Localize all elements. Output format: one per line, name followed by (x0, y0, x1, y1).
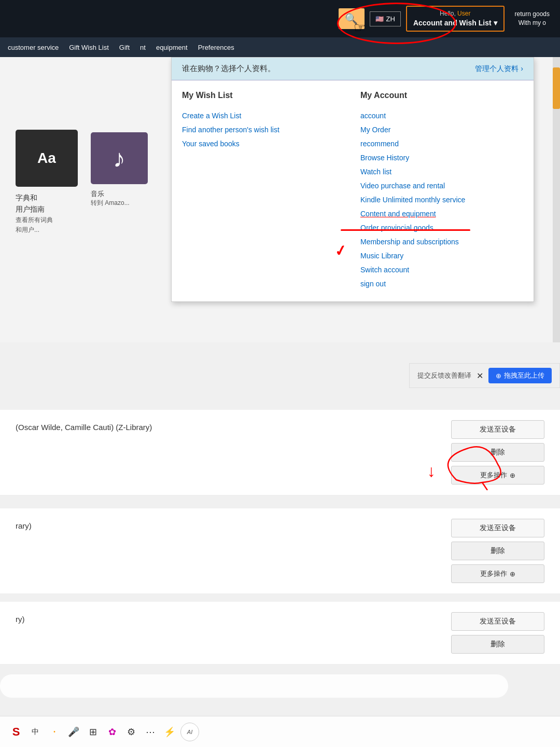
return-goods-line2: With my o (515, 19, 550, 27)
book-actions-2: 发送至设备 删除 更多操作 ⊕ (451, 519, 544, 583)
toolbar-icon-share[interactable]: ⋯ (142, 724, 159, 740)
toolbar-icon-settings[interactable]: ⚙ (123, 724, 139, 740)
amazon-header: 🔍 🇺🇸 ZH Hello, User Account and Wish Lis… (0, 0, 560, 37)
chevron-icon: ⊕ (510, 472, 515, 479)
search-button[interactable]: 🔍 (339, 8, 365, 29)
more-actions-btn-2[interactable]: 更多操作 ⊕ (451, 564, 544, 583)
kindle-unlimited-link[interactable]: Kindle Unlimited monthly service (360, 193, 523, 207)
order-provincial-link[interactable]: Order provincial goods (360, 221, 523, 235)
bottom-toolbar: S 中 • 🎤 ⊞ ✿ ⚙ ⋯ ⚡ AI (0, 716, 560, 747)
toolbar-icon-zh[interactable]: 中 (27, 724, 44, 740)
toolbar-icon-grid[interactable]: ⊞ (85, 724, 101, 740)
book-title-1: (Oscar Wilde, Camille Cauti) (Z-Library) (16, 420, 152, 432)
video-purchase-link[interactable]: Video purchase and rental (360, 179, 523, 193)
saved-books-link[interactable]: Your saved books (182, 137, 345, 151)
toolbar-icon-star[interactable]: ✿ (104, 724, 120, 740)
content-equipment-link[interactable]: Content and equipment (360, 207, 523, 221)
scrollbar-thumb[interactable] (553, 67, 560, 109)
book-item-3: ry) 发送至设备 删除 (0, 602, 560, 665)
browse-history-link[interactable]: Browse History (360, 151, 523, 165)
account-wishlist-button[interactable]: Hello, User Account and Wish List ▾ (406, 6, 505, 32)
lang-code: ZH (386, 15, 395, 23)
wish-list-column: My Wish List Create a Wish List Find ano… (182, 91, 345, 291)
music-card: ♪ (91, 132, 148, 184)
chevron-icon-2: ⊕ (510, 570, 515, 578)
my-account-column: My Account account My Order recommend Br… (360, 91, 523, 291)
send-to-device-btn-1[interactable]: 发送至设备 (451, 420, 544, 439)
search-icon: 🔍 (345, 12, 358, 25)
delete-btn-2[interactable]: 删除 (451, 542, 544, 560)
nav-nt[interactable]: nt (140, 44, 146, 51)
translation-prompt: 提交反馈改善翻译 (417, 371, 471, 380)
return-goods-line1: return goods (515, 10, 550, 19)
baidu-translate-button[interactable]: ⊕ 拖拽至此上传 (488, 368, 552, 383)
baidu-icon: ⊕ (496, 372, 501, 380)
my-order-link[interactable]: My Order (360, 123, 523, 137)
flag-icon: 🇺🇸 (375, 15, 384, 23)
language-selector[interactable]: 🇺🇸 ZH (370, 11, 401, 26)
kindle-label: 字典和 用户指南 查看所有词典 和用户... (16, 192, 53, 235)
account-link[interactable]: account (360, 109, 523, 123)
bottom-section: 提交反馈改善翻译 ✕ ⊕ 拖拽至此上传 (Oscar Wilde, Camill… (0, 342, 560, 747)
delete-btn-3[interactable]: 删除 (451, 635, 544, 654)
send-to-device-btn-3[interactable]: 发送至设备 (451, 612, 544, 631)
book-item-2: rary) 发送至设备 删除 更多操作 ⊕ (0, 508, 560, 594)
toolbar-icon-dot[interactable]: • (46, 724, 63, 740)
book-title-3: ry) (16, 612, 25, 624)
scrollbar-track[interactable] (553, 57, 560, 342)
dropdown-top-bar: 谁在购物？选择个人资料。 管理个人资料 › (172, 58, 534, 80)
return-goods-button[interactable]: return goods With my o (510, 7, 555, 31)
switch-account-link[interactable]: Switch account (360, 263, 523, 277)
find-wishlist-link[interactable]: Find another person's wish list (182, 123, 345, 137)
hello-label: Hello, User (413, 10, 497, 18)
blurred-blob (0, 674, 508, 698)
watch-list-link[interactable]: Watch list (360, 165, 523, 179)
translation-bar: 提交反馈改善翻译 ✕ ⊕ 拖拽至此上传 (409, 363, 560, 388)
more-actions-btn-1[interactable]: 更多操作 ⊕ (451, 466, 544, 485)
who-shopping-text: 谁在购物？选择个人资料。 (182, 64, 275, 74)
send-to-device-btn-2[interactable]: 发送至设备 (451, 519, 544, 537)
nav-bar: customer service Gift Wish List Gift nt … (0, 37, 560, 57)
toolbar-icon-mic[interactable]: 🎤 (65, 724, 82, 740)
book-actions-1: 发送至设备 删除 更多操作 ⊕ (451, 420, 544, 485)
book-item-1: (Oscar Wilde, Camille Cauti) (Z-Library)… (0, 410, 560, 495)
music-library-link[interactable]: Music Library (360, 249, 523, 263)
book-actions-3: 发送至设备 删除 (451, 612, 544, 654)
toolbar-icon-s[interactable]: S (8, 724, 24, 740)
membership-link[interactable]: Membership and subscriptions (360, 235, 523, 249)
wishlist-label: Account and Wish List ▾ (413, 18, 497, 27)
music-note-icon: ♪ (113, 144, 125, 173)
wish-list-title: My Wish List (182, 91, 345, 103)
nav-preferences[interactable]: Preferences (198, 44, 234, 51)
nav-customer-service[interactable]: customer service (8, 44, 59, 51)
dropdown-columns: My Wish List Create a Wish List Find ano… (172, 80, 534, 301)
sign-out-link[interactable]: sign out (360, 277, 523, 291)
music-label: 音乐 转到 Amazo... (91, 189, 130, 208)
close-translation-button[interactable]: ✕ (477, 371, 483, 381)
nav-gift[interactable]: Gift (119, 44, 130, 51)
create-wish-list-link[interactable]: Create a Wish List (182, 109, 345, 123)
delete-btn-1[interactable]: 删除 (451, 443, 544, 462)
kindle-card: Aa (16, 130, 78, 187)
book-title-2: rary) (16, 519, 32, 530)
ai-badge[interactable]: AI (180, 723, 199, 741)
my-account-title: My Account (360, 91, 523, 103)
recommend-link[interactable]: recommend (360, 137, 523, 151)
top-section: 🔍 🇺🇸 ZH Hello, User Account and Wish Lis… (0, 0, 560, 342)
account-dropdown: 谁在购物？选择个人资料。 管理个人资料 › My Wish List Creat… (171, 57, 534, 302)
manage-profile-link[interactable]: 管理个人资料 › (475, 64, 523, 74)
nav-equipment[interactable]: equipment (156, 44, 188, 51)
nav-gift-wishlist[interactable]: Gift Wish List (69, 44, 109, 51)
toolbar-icon-lightning[interactable]: ⚡ (161, 724, 178, 740)
kindle-aa-icon: Aa (37, 150, 56, 167)
